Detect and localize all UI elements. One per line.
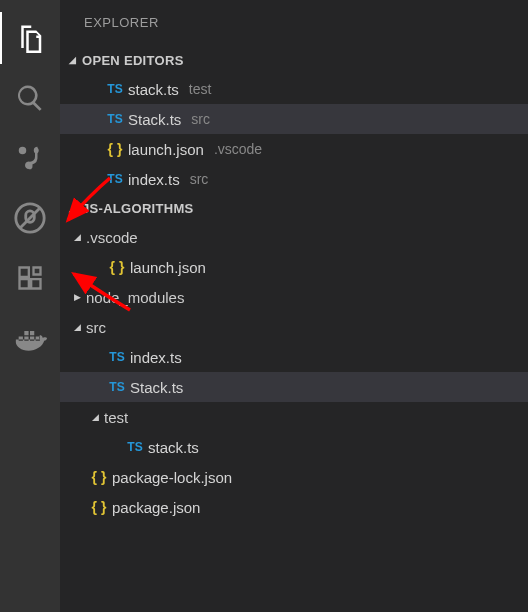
chevron-down-icon: [86, 412, 104, 422]
file-name: Stack.ts: [130, 379, 183, 396]
folder-item[interactable]: test: [60, 402, 528, 432]
activity-docker[interactable]: [0, 308, 60, 368]
folder-name: test: [104, 409, 128, 426]
file-name: stack.ts: [128, 81, 179, 98]
sidebar-title: EXPLORER: [60, 0, 528, 46]
ts-file-icon: TS: [104, 380, 130, 394]
activity-search[interactable]: [0, 68, 60, 128]
file-item[interactable]: { }launch.json: [60, 252, 528, 282]
file-name: package-lock.json: [112, 469, 232, 486]
activity-debug[interactable]: [0, 188, 60, 248]
open-editors-header[interactable]: OPEN EDITORS: [60, 46, 528, 74]
file-name: index.ts: [130, 349, 182, 366]
explorer-sidebar: EXPLORER OPEN EDITORS TSstack.tstestTSSt…: [60, 0, 528, 612]
file-name: package.json: [112, 499, 200, 516]
file-item[interactable]: { }package-lock.json: [60, 462, 528, 492]
project-label: JS-ALGORITHMS: [82, 201, 194, 216]
files-icon: [15, 23, 45, 53]
chevron-down-icon: [64, 55, 82, 65]
docker-icon: [13, 321, 47, 355]
file-name: stack.ts: [148, 439, 199, 456]
folder-item[interactable]: .vscode: [60, 222, 528, 252]
folder-name: .vscode: [86, 229, 138, 246]
chevron-down-icon: [68, 322, 86, 332]
project-header[interactable]: JS-ALGORITHMS: [60, 194, 528, 222]
file-item[interactable]: TSStack.ts: [60, 372, 528, 402]
file-tree: .vscode{ }launch.jsonnode_modulessrcTSin…: [60, 222, 528, 522]
json-file-icon: { }: [86, 469, 112, 485]
file-item[interactable]: { }package.json: [60, 492, 528, 522]
file-dir: .vscode: [214, 141, 262, 157]
source-control-icon: [15, 143, 45, 173]
file-item[interactable]: TSstack.ts: [60, 432, 528, 462]
open-editor-item[interactable]: TSindex.tssrc: [60, 164, 528, 194]
open-editors-list: TSstack.tstestTSStack.tssrc{ }launch.jso…: [60, 74, 528, 194]
activity-explorer[interactable]: [0, 8, 60, 68]
json-file-icon: { }: [86, 499, 112, 515]
open-editor-item[interactable]: TSStack.tssrc: [60, 104, 528, 134]
open-editor-item[interactable]: { }launch.json.vscode: [60, 134, 528, 164]
open-editors-label: OPEN EDITORS: [82, 53, 184, 68]
file-name: launch.json: [128, 141, 204, 158]
ts-file-icon: TS: [102, 172, 128, 186]
file-name: Stack.ts: [128, 111, 181, 128]
folder-item[interactable]: node_modules: [60, 282, 528, 312]
activity-extensions[interactable]: [0, 248, 60, 308]
file-item[interactable]: TSindex.ts: [60, 342, 528, 372]
folder-name: src: [86, 319, 106, 336]
folder-item[interactable]: src: [60, 312, 528, 342]
chevron-down-icon: [64, 203, 82, 213]
chevron-down-icon: [68, 232, 86, 242]
file-name: launch.json: [130, 259, 206, 276]
file-dir: src: [191, 111, 210, 127]
ts-file-icon: TS: [102, 112, 128, 126]
no-bug-icon: [13, 201, 47, 235]
activity-bar: [0, 0, 60, 612]
ts-file-icon: TS: [102, 82, 128, 96]
search-icon: [15, 83, 45, 113]
file-dir: src: [190, 171, 209, 187]
open-editor-item[interactable]: TSstack.tstest: [60, 74, 528, 104]
file-dir: test: [189, 81, 212, 97]
file-name: index.ts: [128, 171, 180, 188]
ts-file-icon: TS: [122, 440, 148, 454]
chevron-right-icon: [68, 292, 86, 302]
json-file-icon: { }: [104, 259, 130, 275]
folder-name: node_modules: [86, 289, 184, 306]
extensions-icon: [16, 264, 44, 292]
ts-file-icon: TS: [104, 350, 130, 364]
activity-scm[interactable]: [0, 128, 60, 188]
json-file-icon: { }: [102, 141, 128, 157]
